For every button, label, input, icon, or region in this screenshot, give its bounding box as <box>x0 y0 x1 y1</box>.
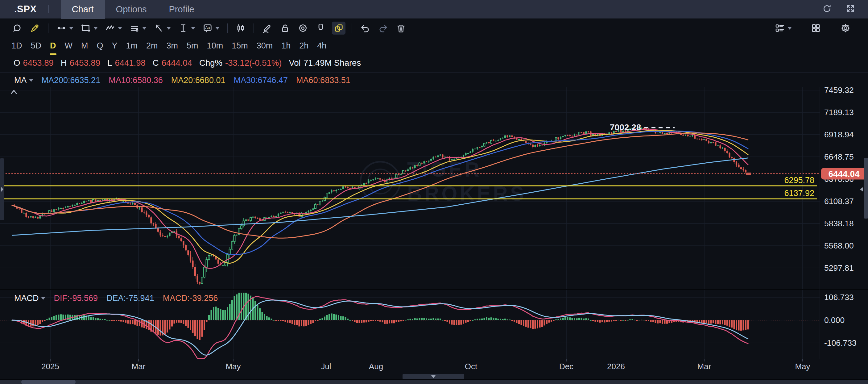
tiger-trade-chart-window: .SPX Chart Options Profile Aa 1D5DDWMQY1… <box>0 0 868 384</box>
timeframe-2m[interactable]: 2m <box>145 40 159 52</box>
trend-line-tool[interactable] <box>55 22 75 35</box>
hide-drawings-tool[interactable] <box>296 22 310 35</box>
chain-icon <box>333 23 344 34</box>
multi-chart-button[interactable] <box>809 22 823 35</box>
undo-icon <box>360 23 371 34</box>
svg-text:6108.37: 6108.37 <box>824 197 854 206</box>
svg-text:6137.92: 6137.92 <box>784 188 814 198</box>
timeframe-1m[interactable]: 1m <box>125 40 139 52</box>
timeframe-3m[interactable]: 3m <box>166 40 179 52</box>
svg-text:Dec: Dec <box>559 362 574 371</box>
pencil-tool[interactable] <box>28 22 42 35</box>
rectangle-icon <box>80 23 91 34</box>
timeframe-Y[interactable]: Y <box>111 40 119 52</box>
horizontal-scrollbar[interactable] <box>0 380 868 384</box>
wave-pattern-tool[interactable] <box>103 22 123 35</box>
macd-value: MACD:-39.256 <box>163 294 218 303</box>
magnet-mode-tool[interactable] <box>314 22 328 35</box>
timeframe-10m[interactable]: 10m <box>206 40 224 52</box>
fullscreen-icon[interactable] <box>845 3 856 15</box>
chevron-down-icon <box>142 27 147 30</box>
svg-text:6444.04: 6444.04 <box>828 169 860 179</box>
timeframe-15m[interactable]: 15m <box>231 40 249 52</box>
gann-tool[interactable] <box>128 22 148 35</box>
gann-icon <box>129 23 140 34</box>
wave-icon <box>104 23 116 34</box>
symbol-title: .SPX <box>14 4 37 15</box>
chevron-down-icon <box>69 27 73 30</box>
timeframe-Q[interactable]: Q <box>96 40 104 52</box>
chevron-down-icon <box>215 27 220 30</box>
arrow-tool[interactable] <box>152 22 172 35</box>
delete-drawings-button[interactable] <box>394 22 408 35</box>
circle-draw-tool[interactable] <box>10 22 24 35</box>
tab-chart[interactable]: Chart <box>61 0 105 19</box>
price-axis[interactable]: 7459.327189.136918.946648.756378.566108.… <box>824 86 857 348</box>
continuous-drawing-tool[interactable] <box>332 22 345 35</box>
price-line-end-marker <box>746 173 751 175</box>
chevron-left-icon <box>860 187 863 192</box>
macd-values: DIF:-95.569DEA:-75.941MACD:-39.256 <box>45 294 218 303</box>
marker-pen-tool[interactable] <box>260 22 274 35</box>
timeframe-4h[interactable]: 4h <box>316 40 327 52</box>
redo-button[interactable] <box>376 22 390 35</box>
svg-text:7189.13: 7189.13 <box>824 108 854 117</box>
gridlines <box>0 87 820 359</box>
svg-text:-106.733: -106.733 <box>824 338 857 348</box>
svg-text:7002.28: 7002.28 <box>610 122 641 132</box>
quote-row: O6453.89H6453.89L6441.98C6444.04Chg%-33.… <box>0 55 868 71</box>
lock-icon <box>279 23 290 34</box>
chevron-up-icon[interactable] <box>11 90 17 93</box>
quote-label-h: H <box>61 58 67 68</box>
collapse-panel-tab[interactable] <box>403 374 464 379</box>
timeframe-5m[interactable]: 5m <box>186 40 199 52</box>
quote-value-vol: 71.49M Shares <box>304 58 361 68</box>
chart-settings-button[interactable] <box>839 22 852 35</box>
tab-profile[interactable]: Profile <box>158 0 206 19</box>
text-annotation-tool[interactable]: Aa <box>201 22 221 35</box>
macd-dropdown[interactable]: MACD <box>14 294 45 303</box>
toolbar-divider <box>227 24 228 33</box>
timeframe-W[interactable]: W <box>64 40 73 52</box>
right-panel-handle[interactable] <box>860 158 868 218</box>
chart-layout-button[interactable] <box>773 22 793 35</box>
listlayout-icon <box>774 23 785 34</box>
chevron-down-icon <box>787 27 792 30</box>
svg-text:May: May <box>225 362 241 371</box>
chevron-down-icon <box>93 27 98 30</box>
left-panel-handle[interactable] <box>0 158 4 220</box>
timeframe-1h[interactable]: 1h <box>280 40 291 52</box>
timeframe-30m[interactable]: 30m <box>256 40 274 52</box>
timeframe-D[interactable]: D <box>49 40 57 52</box>
scrollbar-thumb[interactable] <box>21 380 75 384</box>
quote-label-vol: Vol <box>289 58 301 68</box>
trash-icon <box>396 23 407 34</box>
quote-value-c: 6444.04 <box>162 58 192 68</box>
ma-value: MA20:6680.01 <box>171 76 225 85</box>
ma-dropdown[interactable]: MA <box>14 76 33 85</box>
svg-text:Oct: Oct <box>465 362 477 371</box>
refresh-icon[interactable] <box>822 3 832 15</box>
time-axis[interactable]: 2025MarMayJulAugOctDec2026MarMay <box>41 359 810 371</box>
undo-button[interactable] <box>359 22 372 35</box>
tab-options[interactable]: Options <box>105 0 158 19</box>
shape-tool[interactable] <box>79 22 99 35</box>
pencil-icon <box>29 23 40 34</box>
toolbar-divider <box>352 24 352 33</box>
target-icon <box>297 23 308 34</box>
svg-text:May: May <box>795 362 810 371</box>
quote-value-h: 6453.89 <box>70 58 100 68</box>
timeframe-1D[interactable]: 1D <box>10 40 23 52</box>
timeframe-M[interactable]: M <box>80 40 89 52</box>
candle-pattern-tool[interactable] <box>234 22 247 35</box>
drawing-toolbar-right <box>771 22 855 35</box>
timeframe-5D[interactable]: 5D <box>30 40 42 52</box>
ma-indicator-row: MA MA200:6635.21MA10:6580.36MA20:6680.01… <box>0 72 868 88</box>
measure-tool[interactable] <box>177 22 196 35</box>
candles-icon <box>235 23 246 34</box>
lock-drawings-tool[interactable] <box>278 22 292 35</box>
timeframe-2h[interactable]: 2h <box>298 40 309 52</box>
ring-icon <box>11 23 23 34</box>
chevron-down-icon <box>166 27 171 30</box>
text-icon: Aa <box>202 23 213 34</box>
